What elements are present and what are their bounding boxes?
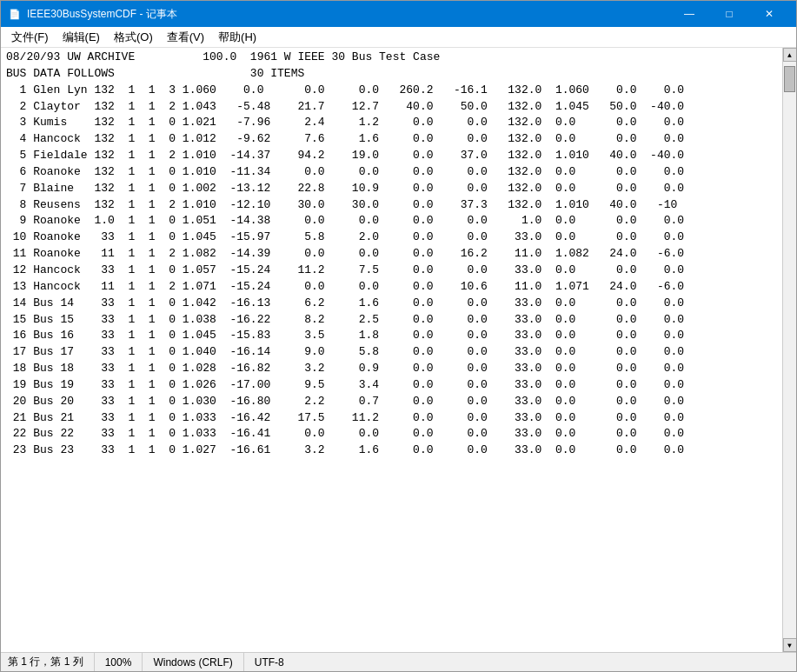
menu-edit[interactable]: 编辑(E) xyxy=(56,27,107,47)
vertical-scrollbar[interactable]: ▲ ▼ xyxy=(782,48,796,652)
title-bar: 📄 IEEE30BusSystemCDF - 记事本 — □ ✕ xyxy=(1,1,796,27)
menu-help[interactable]: 帮助(H) xyxy=(211,27,263,47)
app-icon: 📄 xyxy=(8,7,22,21)
scroll-up-button[interactable]: ▲ xyxy=(783,48,797,62)
app-window: 📄 IEEE30BusSystemCDF - 记事本 — □ ✕ 文件(F) 编… xyxy=(0,0,797,672)
status-zoom: 100% xyxy=(95,653,143,671)
title-bar-left: 📄 IEEE30BusSystemCDF - 记事本 xyxy=(8,7,177,22)
title-controls: — □ ✕ xyxy=(669,1,789,27)
menu-view[interactable]: 查看(V) xyxy=(160,27,211,47)
status-position: 第 1 行，第 1 列 xyxy=(8,653,95,671)
menu-file[interactable]: 文件(F) xyxy=(4,27,56,47)
status-line-ending: Windows (CRLF) xyxy=(143,653,243,671)
content-area: 08/20/93 UW ARCHIVE 100.0 1961 W IEEE 30… xyxy=(1,48,796,652)
minimize-button[interactable]: — xyxy=(669,1,709,27)
status-encoding: UTF-8 xyxy=(244,653,295,671)
text-editor[interactable]: 08/20/93 UW ARCHIVE 100.0 1961 W IEEE 30… xyxy=(1,48,782,652)
scroll-down-button[interactable]: ▼ xyxy=(783,638,797,652)
maximize-button[interactable]: □ xyxy=(709,1,749,27)
menu-bar: 文件(F) 编辑(E) 格式(O) 查看(V) 帮助(H) xyxy=(1,27,796,48)
status-bar: 第 1 行，第 1 列 100% Windows (CRLF) UTF-8 xyxy=(1,652,796,671)
scroll-track[interactable] xyxy=(783,62,796,638)
window-title: IEEE30BusSystemCDF - 记事本 xyxy=(27,7,177,22)
close-button[interactable]: ✕ xyxy=(749,1,789,27)
menu-format[interactable]: 格式(O) xyxy=(107,27,160,47)
scroll-thumb[interactable] xyxy=(784,66,795,92)
